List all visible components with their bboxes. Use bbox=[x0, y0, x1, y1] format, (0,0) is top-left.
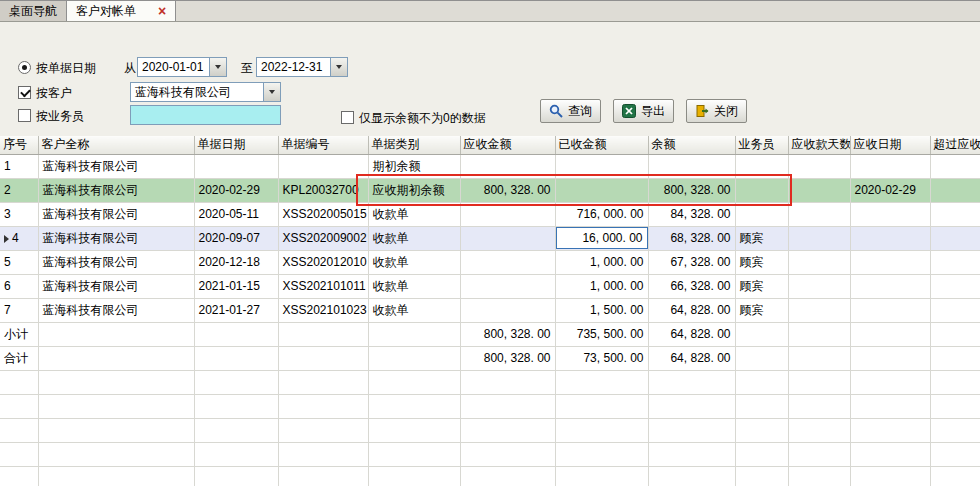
cell[interactable] bbox=[735, 346, 788, 370]
cell[interactable] bbox=[735, 322, 788, 346]
cell[interactable]: KPL20032700 bbox=[278, 178, 368, 202]
cell[interactable]: XSS202101023 bbox=[278, 298, 368, 322]
cell[interactable]: XSS202005015 bbox=[278, 202, 368, 226]
cell[interactable]: 800, 328. 00 bbox=[460, 178, 555, 202]
cell[interactable]: 1, 500. 00 bbox=[555, 298, 648, 322]
cell[interactable]: 67, 328. 00 bbox=[648, 250, 735, 274]
column-header[interactable]: 单据编号 bbox=[278, 136, 368, 154]
column-header[interactable]: 超过应收 bbox=[930, 136, 980, 154]
cell[interactable] bbox=[850, 154, 930, 178]
cell[interactable]: 5 bbox=[0, 250, 38, 274]
date-to-select[interactable]: 2022-12-31 bbox=[256, 57, 348, 77]
column-header[interactable]: 单据类别 bbox=[368, 136, 460, 154]
cell[interactable]: 800, 328. 00 bbox=[460, 346, 555, 370]
cell[interactable] bbox=[788, 226, 850, 250]
column-header[interactable]: 应收金额 bbox=[460, 136, 555, 154]
column-header[interactable]: 序号 bbox=[0, 136, 38, 154]
cell[interactable]: 800, 328. 00 bbox=[648, 178, 735, 202]
cell[interactable]: 68, 328. 00 bbox=[648, 226, 735, 250]
cell[interactable]: 4 bbox=[0, 226, 38, 250]
cell[interactable]: 735, 500. 00 bbox=[555, 322, 648, 346]
cell[interactable]: 3 bbox=[0, 202, 38, 226]
cell[interactable]: 收款单 bbox=[368, 202, 460, 226]
by-date-radio[interactable] bbox=[18, 61, 31, 74]
cell[interactable]: 16, 000. 00 bbox=[555, 226, 648, 250]
table-row[interactable]: 3蓝海科技有限公司2020-05-11XSS202005015收款单716, 0… bbox=[0, 202, 980, 226]
cell[interactable]: 6 bbox=[0, 274, 38, 298]
cell[interactable]: 蓝海科技有限公司 bbox=[38, 178, 194, 202]
cell[interactable] bbox=[194, 154, 278, 178]
cell[interactable]: 蓝海科技有限公司 bbox=[38, 154, 194, 178]
tab-customer-statement[interactable]: 客户对帐单 × bbox=[67, 1, 176, 21]
cell[interactable] bbox=[930, 178, 980, 202]
cell[interactable] bbox=[735, 178, 788, 202]
cell[interactable] bbox=[194, 346, 278, 370]
table-row[interactable]: 合计800, 328. 0073, 500. 0064, 828. 00 bbox=[0, 346, 980, 370]
cell[interactable] bbox=[930, 202, 980, 226]
cell[interactable] bbox=[278, 322, 368, 346]
cell[interactable] bbox=[278, 346, 368, 370]
cell[interactable] bbox=[788, 154, 850, 178]
cell[interactable]: 66, 328. 00 bbox=[648, 274, 735, 298]
cell[interactable]: 顾宾 bbox=[735, 250, 788, 274]
chevron-down-icon[interactable] bbox=[263, 83, 280, 101]
cell[interactable]: 1 bbox=[0, 154, 38, 178]
cell[interactable] bbox=[788, 250, 850, 274]
cell[interactable] bbox=[930, 274, 980, 298]
cell[interactable]: 合计 bbox=[0, 346, 38, 370]
close-button[interactable]: 关闭 bbox=[686, 99, 747, 123]
cell[interactable]: 1, 000. 00 bbox=[555, 250, 648, 274]
cell[interactable]: 2021-01-27 bbox=[194, 298, 278, 322]
cell[interactable] bbox=[850, 346, 930, 370]
cell[interactable]: 2020-02-29 bbox=[850, 178, 930, 202]
cell[interactable] bbox=[788, 298, 850, 322]
cell[interactable] bbox=[850, 298, 930, 322]
cell[interactable]: 蓝海科技有限公司 bbox=[38, 298, 194, 322]
chevron-down-icon[interactable] bbox=[209, 58, 226, 76]
cell[interactable] bbox=[460, 202, 555, 226]
column-header[interactable]: 余额 bbox=[648, 136, 735, 154]
cell[interactable] bbox=[648, 154, 735, 178]
cell[interactable]: 64, 828. 00 bbox=[648, 298, 735, 322]
table-row[interactable]: 2蓝海科技有限公司2020-02-29KPL20032700应收期初余额800,… bbox=[0, 178, 980, 202]
cell[interactable] bbox=[788, 202, 850, 226]
cell[interactable]: 2 bbox=[0, 178, 38, 202]
cell[interactable] bbox=[850, 202, 930, 226]
cell[interactable]: 2020-12-18 bbox=[194, 250, 278, 274]
cell[interactable] bbox=[850, 250, 930, 274]
cell[interactable]: XSS202012010 bbox=[278, 250, 368, 274]
cell[interactable]: 蓝海科技有限公司 bbox=[38, 274, 194, 298]
cell[interactable] bbox=[460, 250, 555, 274]
cell[interactable] bbox=[38, 346, 194, 370]
cell[interactable]: 收款单 bbox=[368, 274, 460, 298]
cell[interactable] bbox=[460, 298, 555, 322]
cell[interactable]: 716, 000. 00 bbox=[555, 202, 648, 226]
cell[interactable] bbox=[460, 226, 555, 250]
column-header[interactable]: 应收日期 bbox=[850, 136, 930, 154]
cell[interactable]: 收款单 bbox=[368, 298, 460, 322]
cell[interactable]: 蓝海科技有限公司 bbox=[38, 226, 194, 250]
cell[interactable] bbox=[788, 274, 850, 298]
cell[interactable] bbox=[930, 154, 980, 178]
date-from-select[interactable]: 2020-01-01 bbox=[137, 57, 227, 77]
customer-select[interactable]: 蓝海科技有限公司 bbox=[130, 82, 281, 102]
by-customer-checkbox[interactable] bbox=[18, 86, 31, 99]
tab-close-icon[interactable]: × bbox=[158, 4, 166, 18]
cell[interactable] bbox=[788, 346, 850, 370]
cell[interactable]: 64, 828. 00 bbox=[648, 322, 735, 346]
column-header[interactable]: 单据日期 bbox=[194, 136, 278, 154]
cell[interactable] bbox=[555, 154, 648, 178]
cell[interactable]: 应收期初余额 bbox=[368, 178, 460, 202]
cell[interactable] bbox=[194, 322, 278, 346]
cell[interactable]: 2020-05-11 bbox=[194, 202, 278, 226]
table-row[interactable]: 1蓝海科技有限公司期初余额 bbox=[0, 154, 980, 178]
cell[interactable]: 73, 500. 00 bbox=[555, 346, 648, 370]
cell[interactable] bbox=[930, 250, 980, 274]
cell[interactable] bbox=[368, 322, 460, 346]
cell[interactable]: 顾宾 bbox=[735, 298, 788, 322]
table-row[interactable]: 4蓝海科技有限公司2020-09-07XSS202009002收款单16, 00… bbox=[0, 226, 980, 250]
chevron-down-icon[interactable] bbox=[330, 58, 347, 76]
cell[interactable]: 2021-01-15 bbox=[194, 274, 278, 298]
table-row[interactable]: 5蓝海科技有限公司2020-12-18XSS202012010收款单1, 000… bbox=[0, 250, 980, 274]
cell[interactable]: 小计 bbox=[0, 322, 38, 346]
